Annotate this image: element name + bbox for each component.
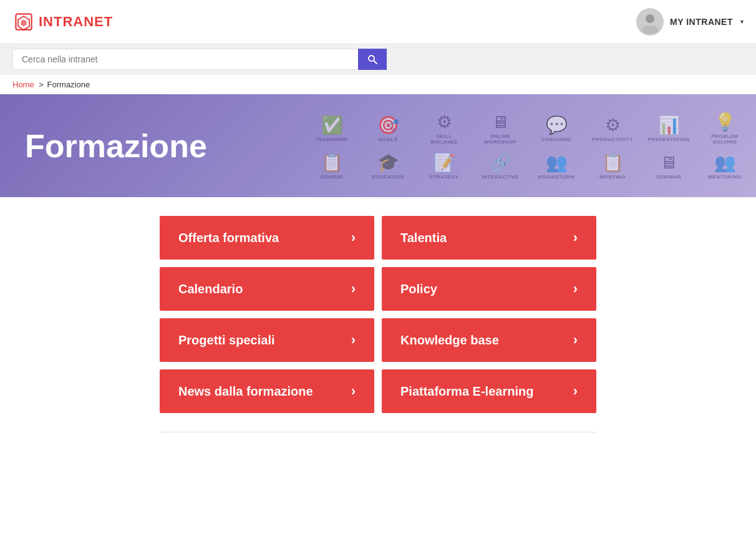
- banner-icon-item: ⚙PRODUCTIVITY: [594, 115, 631, 142]
- banner-icon-label: PRODUCTIVITY: [592, 137, 633, 142]
- banner-icon-item: 🖥ONLINE WORKSHOP: [482, 112, 519, 145]
- banner-icon-label: BRAINSTORM: [538, 174, 574, 180]
- arrow-icon: ›: [351, 332, 356, 348]
- arrow-icon: ›: [573, 230, 578, 246]
- banner-icon-label: STRATEGY: [430, 174, 459, 180]
- banner-icon-label: SKILL BUILDING: [425, 134, 463, 145]
- svg-point-5: [369, 56, 374, 61]
- nav-btn-offerta-formativa[interactable]: Offerta formativa›: [160, 216, 374, 260]
- nav-btn-label: News dalla formazione: [178, 384, 313, 399]
- banner-icon-glyph: 🖥: [660, 152, 677, 173]
- user-area[interactable]: MY INTRANET ▾: [636, 8, 744, 36]
- banner-icon-label: COACHING: [541, 137, 571, 142]
- my-intranet-label: MY INTRANET: [670, 17, 733, 27]
- banner-icon-item: 💡PROBLEM SOLVING: [706, 112, 744, 145]
- main-content: Offerta formativa›Talentia›Calendario›Po…: [0, 197, 756, 451]
- banner-icon-glyph: 📊: [658, 115, 680, 135]
- banner-icon-item: 📋BRIEFING: [594, 152, 631, 180]
- banner-icon-item: 👥BRAINSTORM: [538, 152, 575, 180]
- banner-icon-label: COURSE: [320, 174, 343, 180]
- banner-icon-item: 🎓EDUCATION: [369, 152, 407, 180]
- banner-icons: ✅TEAMWORK🎯GOALS⚙SKILL BUILDING🖥ONLINE WO…: [313, 94, 744, 197]
- banner-icon-item: 📝STRATEGY: [425, 152, 463, 180]
- svg-point-4: [642, 26, 658, 34]
- arrow-icon: ›: [351, 230, 356, 246]
- banner-icon-item: 📊PRESENTATION: [650, 115, 687, 142]
- banner-icon-glyph: ⚙: [605, 115, 621, 135]
- banner-icon-item: 🔗INTERACTIVE: [482, 152, 519, 180]
- nav-btn-calendario[interactable]: Calendario›: [160, 267, 374, 311]
- nav-btn-policy[interactable]: Policy›: [382, 267, 596, 311]
- banner-icon-label: INTERACTIVE: [482, 174, 519, 180]
- svg-marker-2: [21, 19, 27, 26]
- banner-icon-label: TEAMWORK: [316, 137, 348, 142]
- banner-icon-glyph: 📝: [434, 152, 455, 173]
- nav-btn-talentia[interactable]: Talentia›: [382, 216, 596, 260]
- logo-text: INTRANET: [39, 14, 113, 30]
- banner-icon-glyph: 💡: [714, 112, 736, 132]
- breadcrumb-home[interactable]: Home: [12, 80, 34, 89]
- banner-icon-label: EDUCATION: [372, 174, 404, 180]
- arrow-icon: ›: [351, 383, 356, 399]
- banner-icon-label: PRESENTATION: [647, 137, 689, 142]
- nav-btn-news-dalla-formazione[interactable]: News dalla formazione›: [160, 369, 374, 413]
- banner-icon-glyph: 👥: [546, 152, 568, 173]
- banner-icons-row-1: ✅TEAMWORK🎯GOALS⚙SKILL BUILDING🖥ONLINE WO…: [313, 108, 744, 149]
- banner-title: Formazione: [25, 127, 207, 165]
- banner-icon-glyph: 🖥: [492, 112, 509, 132]
- breadcrumb-current: Formazione: [47, 80, 90, 89]
- banner-icon-glyph: ⚙: [437, 112, 452, 132]
- banner-icon-label: BRIEFING: [599, 174, 626, 180]
- nav-btn-label: Piattaforma E-learning: [400, 384, 533, 399]
- nav-btn-progetti-speciali[interactable]: Progetti speciali›: [160, 318, 374, 362]
- banner-icon-label: PROBLEM SOLVING: [706, 134, 744, 145]
- arrow-icon: ›: [351, 281, 356, 297]
- header: INTRANET MY INTRANET ▾: [0, 0, 756, 44]
- banner-icon-label: MENTORING: [708, 174, 741, 180]
- arrow-icon: ›: [573, 332, 578, 348]
- banner-icon-glyph: 🎯: [377, 115, 399, 135]
- svg-line-6: [374, 61, 377, 64]
- nav-btn-label: Offerta formativa: [178, 231, 279, 245]
- banner-icon-glyph: 🔗: [490, 152, 511, 173]
- banner-icon-glyph: 📋: [321, 152, 343, 173]
- search-button[interactable]: [358, 49, 387, 70]
- svg-point-3: [646, 14, 654, 23]
- banner-icon-glyph: 👥: [714, 152, 736, 173]
- banner-icon-item: ✅TEAMWORK: [313, 115, 351, 142]
- banner-icon-item: 🎯GOALS: [369, 115, 407, 142]
- search-input[interactable]: [12, 49, 358, 70]
- banner-icon-item: 👥MENTORING: [706, 152, 744, 180]
- breadcrumb: Home > Formazione: [0, 75, 756, 94]
- banner-icon-glyph: 💬: [546, 115, 568, 135]
- logo-icon: [12, 11, 35, 33]
- banner-icon-label: ONLINE WORKSHOP: [482, 134, 519, 145]
- search-input-wrapper: [12, 49, 387, 70]
- chevron-down-icon: ▾: [740, 18, 744, 25]
- nav-btn-label: Talentia: [400, 231, 447, 245]
- nav-btn-piattaforma-elearning[interactable]: Piattaforma E-learning›: [382, 369, 596, 413]
- banner-icon-label: GOALS: [379, 137, 398, 142]
- nav-btn-label: Calendario: [178, 282, 243, 296]
- arrow-icon: ›: [573, 383, 578, 399]
- breadcrumb-separator-arrow: >: [39, 80, 44, 89]
- nav-btn-label: Progetti speciali: [178, 333, 275, 348]
- search-bar: [0, 44, 756, 75]
- banner: Formazione ✅TEAMWORK🎯GOALS⚙SKILL BUILDIN…: [0, 94, 756, 197]
- banner-icon-item: 💬COACHING: [538, 115, 575, 142]
- banner-icon-item: 📋COURSE: [313, 152, 351, 180]
- search-icon: [367, 54, 378, 65]
- banner-icons-row-2: 📋COURSE🎓EDUCATION📝STRATEGY🔗INTERACTIVE👥B…: [313, 149, 744, 183]
- nav-btn-label: Knowledge base: [400, 333, 499, 348]
- divider: [160, 432, 596, 432]
- banner-icon-glyph: 🎓: [377, 152, 399, 173]
- banner-icon-glyph: ✅: [321, 115, 343, 135]
- banner-icon-item: ⚙SKILL BUILDING: [425, 112, 463, 145]
- avatar: [636, 8, 664, 36]
- nav-btn-label: Policy: [400, 282, 437, 296]
- banner-icon-glyph: 📋: [602, 152, 624, 173]
- banner-icon-label: SEMINAR: [656, 174, 681, 180]
- nav-btn-knowledge-base[interactable]: Knowledge base›: [382, 318, 596, 362]
- buttons-grid: Offerta formativa›Talentia›Calendario›Po…: [160, 216, 596, 413]
- logo: INTRANET: [12, 11, 113, 33]
